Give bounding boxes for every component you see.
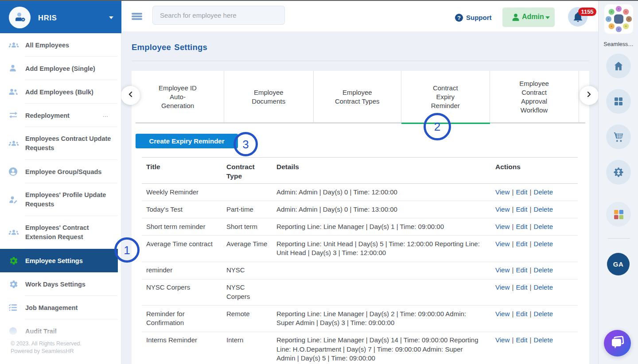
svg-text:?: ? — [457, 15, 461, 21]
